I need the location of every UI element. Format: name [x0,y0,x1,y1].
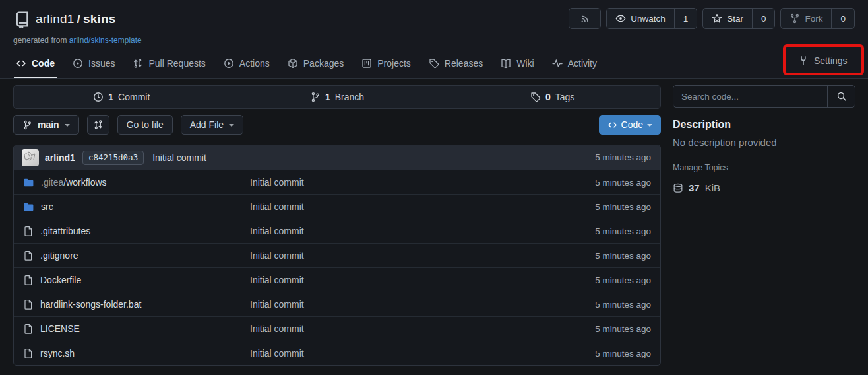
book-open-icon [501,58,511,69]
watchers-count[interactable]: 1 [674,9,697,28]
rss-icon [580,13,590,24]
repo-icon [14,11,31,28]
repo-name-link[interactable]: skins [83,12,116,26]
tab-releases[interactable]: Releases [429,49,483,78]
code-icon [16,58,26,69]
file-commit-message-link[interactable]: Initial commit [250,348,304,358]
repo-size-unit: KiB [705,182,720,193]
file-row: .gitignore Initial commit 5 minutes ago [14,243,660,267]
code-download-button[interactable]: Code [599,115,661,135]
add-file-button[interactable]: Add File [181,115,243,135]
commit-message-link[interactable]: Initial commit [152,153,206,163]
file-row: LICENSE Initial commit 5 minutes ago [14,316,660,341]
stars-count[interactable]: 0 [752,9,775,28]
unwatch-label: Unwatch [631,14,666,24]
repo-title: arlind1/skins [36,12,116,26]
commit-hash-link[interactable]: c84215d0a3 [82,151,144,165]
file-commit-message-link[interactable]: Initial commit [250,250,304,261]
pull-request-icon [133,58,143,69]
tab-projects[interactable]: Projects [361,49,411,78]
play-circle-icon [224,58,234,69]
file-name-link[interactable]: src [41,201,53,212]
file-name-link[interactable]: Dockerfile [40,275,81,285]
issue-icon [73,58,83,69]
file-name-link[interactable]: .gitea/workflows [41,177,107,188]
file-row: rsync.sh Initial commit 5 minutes ago [14,341,660,365]
star-button-group: Star 0 [702,8,775,29]
file-name-link[interactable]: .gitattributes [40,226,90,236]
tag-icon [530,92,541,102]
file-commit-message-link[interactable]: Initial commit [250,275,304,285]
avatar[interactable] [22,149,39,166]
watch-button-group: Unwatch 1 [606,8,697,29]
generated-from-line: generated from arlind/skins-template [13,36,142,45]
tab-packages[interactable]: Packages [288,49,344,78]
code-icon [607,120,617,130]
tab-code[interactable]: Code [16,49,55,78]
repo-toolbar: main Go to file Add File Code [13,115,661,135]
tab-activity[interactable]: Activity [552,49,597,78]
repo-size-value: 37 [689,182,700,193]
file-commit-message-link[interactable]: Initial commit [250,324,304,334]
unwatch-button[interactable]: Unwatch [607,9,674,28]
forks-count[interactable]: 0 [831,9,854,28]
folder-icon [23,177,34,188]
latest-commit-row: arlind1 c84215d0a3 Initial commit 5 minu… [14,145,660,170]
file-time: 5 minutes ago [595,251,651,261]
tab-actions[interactable]: Actions [224,49,270,78]
manage-topics-link[interactable]: Manage Topics [673,163,855,172]
file-row: .gitattributes Initial commit 5 minutes … [14,219,660,243]
repo-title-separator: / [74,12,82,26]
file-icon [23,226,34,236]
file-commit-message-link[interactable]: Initial commit [250,299,304,310]
file-icon [23,299,34,310]
tags-stat[interactable]: 0Tags [445,86,660,108]
file-commit-message-link[interactable]: Initial commit [250,201,304,212]
eye-icon [615,13,626,24]
fork-button-group: Fork 0 [780,8,855,29]
branches-stat[interactable]: 1Branch [230,86,445,108]
file-name-link[interactable]: LICENSE [40,324,80,334]
git-branch-icon [310,92,321,102]
pulse-icon [552,58,563,69]
file-name-link[interactable]: .gitignore [40,250,78,261]
caret-down-icon [229,124,234,127]
star-label: Star [727,14,743,24]
file-table: arlind1 c84215d0a3 Initial commit 5 minu… [13,145,661,366]
file-icon [23,275,34,285]
compare-button[interactable] [87,115,109,135]
commit-author-link[interactable]: arlind1 [45,153,75,163]
repo-tab-bar: Code Issues Pull Requests [16,49,597,78]
file-time: 5 minutes ago [595,349,651,358]
code-search-box [673,85,855,108]
description-text: No description provided [673,137,855,148]
fork-button[interactable]: Fork [781,9,831,28]
file-name-link[interactable]: hardlink-songs-folder.bat [40,299,141,310]
compare-icon [93,119,104,130]
commit-time: 5 minutes ago [595,153,651,162]
tab-settings[interactable]: Settings [798,45,848,76]
search-button[interactable] [827,86,855,107]
tab-wiki[interactable]: Wiki [501,49,534,78]
file-name-link[interactable]: rsync.sh [40,348,75,358]
branch-selector[interactable]: main [13,115,79,135]
database-icon [673,183,683,193]
repo-stats-bar: 1Commit 1Branch 0Tags [13,85,661,109]
file-icon [23,348,34,358]
tools-icon [798,55,809,66]
tab-issues[interactable]: Issues [73,49,115,78]
go-to-file-button[interactable]: Go to file [117,115,173,135]
tab-pull-requests[interactable]: Pull Requests [133,49,205,78]
commits-stat[interactable]: 1Commit [14,86,230,108]
rss-button[interactable] [569,8,601,29]
package-icon [288,58,298,69]
caret-down-icon [647,124,652,127]
template-repo-link[interactable]: arlind/skins-template [69,36,142,45]
fork-icon [790,13,800,24]
repo-owner-link[interactable]: arlind1 [36,12,74,26]
file-commit-message-link[interactable]: Initial commit [250,226,304,236]
search-input[interactable] [673,86,827,107]
file-commit-message-link[interactable]: Initial commit [250,177,304,188]
generated-from-label: generated from [13,36,67,45]
star-button[interactable]: Star [703,9,752,28]
